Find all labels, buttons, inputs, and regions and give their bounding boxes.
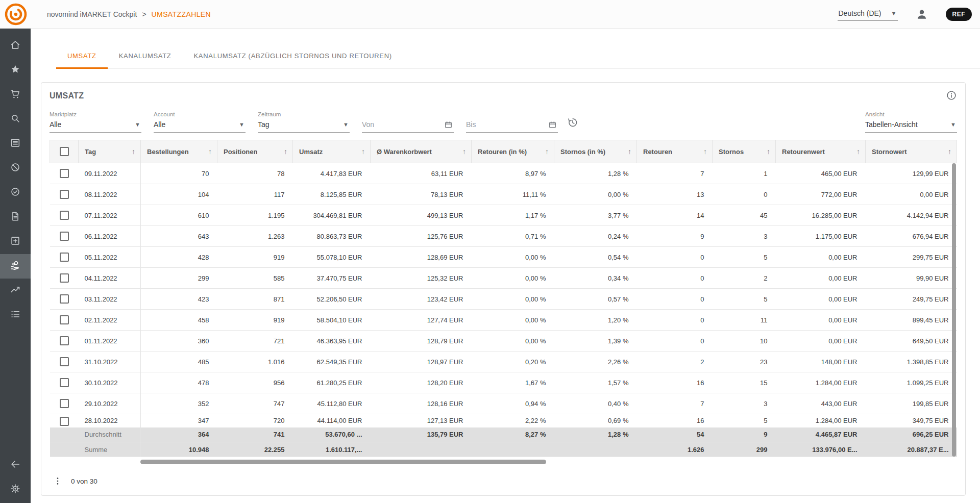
cell: 0 [637,331,713,351]
language-select[interactable]: Deutsch (DE) ▼ [838,8,898,21]
row-checkbox[interactable] [60,294,69,304]
cell: 58.504,10 EUR [293,310,371,331]
sidebar-item-block[interactable] [0,156,31,181]
sidebar-item-trending-up[interactable] [0,279,31,303]
breadcrumb-app[interactable]: novomind iMARKET Cockpit [47,10,137,18]
zeitraum-filter[interactable]: Zeitraum Tag ▼ [258,111,350,133]
calendar-icon[interactable] [548,120,557,129]
row-checkbox[interactable] [60,253,69,262]
row-checkbox[interactable] [60,169,69,178]
table-row: 07.11.20226101.195304.469,81 EUR499,13 E… [50,205,957,226]
row-checkbox[interactable] [60,232,69,241]
sidebar-item-search[interactable] [0,107,31,132]
summary-cell: 4.465,87 EUR [776,427,866,442]
account-filter[interactable]: Account Alle ▼ [154,111,246,133]
col-header-retourenwert[interactable]: Retourenwert↑ [776,140,866,163]
cell: 0,40 % [554,393,637,414]
row-checkbox-cell [50,289,79,310]
cell: 0,00 % [472,289,554,310]
vertical-scrollbar[interactable] [952,163,956,457]
tab-umsatz[interactable]: UMSATZ [56,51,108,68]
select-all-checkbox[interactable] [60,147,69,156]
von-date-field[interactable]: Von [362,120,454,133]
sidebar-item-check-circle[interactable] [0,181,31,205]
cell: 2,26 % [554,351,637,372]
cell: 104 [141,184,217,205]
sort-asc-icon[interactable]: ↑ [703,147,707,156]
cell: 1.284,00 EUR [776,414,866,427]
col-header-bestellungen[interactable]: Bestellungen↑ [141,140,217,163]
row-checkbox[interactable] [60,399,69,408]
col-header-umsatz[interactable]: Umsatz↑ [293,140,371,163]
hand-coins-icon [10,260,21,273]
calendar-icon[interactable] [444,120,453,129]
sort-asc-icon[interactable]: ↑ [361,147,365,156]
col-header-stornos-in[interactable]: Stornos (in %)↑ [554,140,637,163]
row-checkbox-cell [50,310,79,331]
col-header-tag[interactable]: Tag↑ [79,140,141,163]
sort-asc-icon[interactable]: ↑ [948,147,951,156]
sidebar-item-cart[interactable] [0,83,31,107]
cell: 80.863,73 EUR [293,226,371,247]
table-row: 01.11.202236072146.363,95 EUR128,79 EUR0… [50,331,957,351]
horizontal-scrollbar[interactable] [140,460,546,464]
row-checkbox[interactable] [60,273,69,283]
cell: 0,00 % [472,331,554,351]
sort-asc-icon[interactable]: ↑ [284,147,287,156]
sort-asc-icon[interactable]: ↑ [132,147,135,156]
row-checkbox[interactable] [60,211,69,220]
cell-tag: 04.11.2022 [79,268,141,289]
sort-asc-icon[interactable]: ↑ [767,147,770,156]
sidebar-item-list-box[interactable] [0,132,31,156]
sidebar-item-hand-coins[interactable] [0,254,31,279]
ansicht-select[interactable]: Ansicht Tabellen-Ansicht ▼ [865,111,957,133]
col-header-retouren-in[interactable]: Retouren (in %)↑ [472,140,554,163]
reset-filters-icon[interactable] [567,117,578,130]
info-icon[interactable] [946,90,957,102]
row-checkbox[interactable] [60,378,69,387]
sidebar-item-star[interactable] [0,58,31,83]
arrow-left-icon [10,459,21,472]
sidebar-item-arrow-left[interactable] [0,453,31,477]
row-checkbox-cell [50,331,79,351]
cell: 772,00 EUR [776,184,866,205]
cell: 16 [637,414,713,427]
tab-kanalumsatz-abz-glich-stornos-und-retouren[interactable]: KANALUMSATZ (ABZÜGLICH STORNOS UND RETOU… [183,51,403,68]
marktplatz-filter[interactable]: Marktplatz Alle ▼ [50,111,141,133]
col-header-stornos[interactable]: Stornos↑ [713,140,776,163]
table-row: 29.10.202235274745.112,80 EUR128,16 EUR0… [50,393,957,414]
sidebar-item-add-box[interactable] [0,230,31,254]
more-options-icon[interactable] [53,476,63,486]
bis-date-field[interactable]: Bis [466,120,558,133]
sort-asc-icon[interactable]: ↑ [628,147,631,156]
cell: 458 [141,310,217,331]
sort-asc-icon[interactable]: ↑ [462,147,466,156]
cell: 1,17 % [472,205,554,226]
row-checkbox[interactable] [60,357,69,366]
sidebar-item-document[interactable] [0,205,31,230]
row-checkbox[interactable] [60,190,69,199]
cell: 14 [637,205,713,226]
col-header-positionen[interactable]: Positionen↑ [217,140,293,163]
cell: 0,34 % [554,268,637,289]
col-header-retouren[interactable]: Retouren↑ [637,140,713,163]
sort-asc-icon[interactable]: ↑ [856,147,860,156]
row-checkbox[interactable] [60,336,69,345]
sort-asc-icon[interactable]: ↑ [208,147,212,156]
breadcrumb-page: UMSATZZAHLEN [152,10,211,18]
cell: 128,69 EUR [371,247,472,268]
sidebar-item-home[interactable] [0,34,31,58]
tab-kanalumsatz[interactable]: KANALUMSATZ [108,51,183,68]
sort-asc-icon[interactable]: ↑ [545,147,549,156]
col-header-warenkorbwert[interactable]: Ø Warenkorbwert↑ [371,140,472,163]
sidebar-item-bullet-list[interactable] [0,303,31,328]
sidebar-item-gear[interactable] [0,477,31,502]
row-checkbox[interactable] [60,417,69,426]
row-checkbox[interactable] [60,315,69,324]
cart-icon [10,88,21,102]
col-header-stornowert[interactable]: Stornowert↑ [866,140,957,163]
row-checkbox-cell [50,268,79,289]
cell: 10 [713,331,776,351]
summary-cell: 8,27 % [472,427,554,442]
user-icon[interactable] [915,8,928,21]
